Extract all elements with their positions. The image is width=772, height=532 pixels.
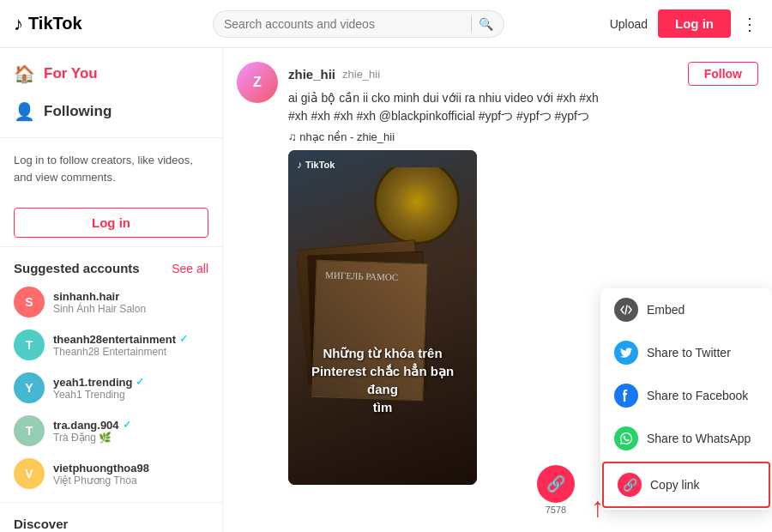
- account-info-yeah1: yeah1.trending ✓ Yeah1 Trending: [53, 376, 208, 401]
- avatar-theanh28: T: [14, 329, 45, 360]
- post-caption: ai giả bộ cần ii cko minh dui vớii ra nh…: [288, 89, 614, 125]
- suggested-accounts-title: Suggested accounts: [14, 261, 140, 275]
- logo-icon: ♪: [14, 13, 23, 35]
- login-prompt-text: Log in to follow creators, like videos, …: [14, 154, 193, 184]
- post-header: zhie_hii zhie_hii Follow: [288, 62, 758, 86]
- post-sound[interactable]: ♫ nhạc nền - zhie_hii: [288, 130, 758, 143]
- twitter-label: Share to Twitter: [647, 346, 731, 360]
- account-item-tradang[interactable]: T tra.dang.904 ✓ Trà Đặng 🌿: [0, 409, 222, 452]
- logo: ♪ TikTok: [14, 13, 100, 35]
- account-item-theanh28[interactable]: T theanh28entertainment ✓ Theanh28 Enter…: [0, 323, 222, 366]
- upload-button[interactable]: Upload: [610, 17, 648, 31]
- share-item-embed[interactable]: Embed: [600, 288, 772, 331]
- follow-button[interactable]: Follow: [688, 62, 758, 86]
- whatsapp-label: Share to WhatsApp: [647, 432, 751, 445]
- following-icon: 👤: [14, 101, 35, 122]
- header-right: Upload Log in ⋮: [610, 9, 758, 38]
- link-action-icon: 🔗: [537, 465, 575, 503]
- vinyl-record: [374, 167, 460, 245]
- account-info-tradang: tra.dang.904 ✓ Trà Đặng 🌿: [53, 419, 208, 444]
- sidebar-login-button[interactable]: Log in: [14, 208, 208, 238]
- facebook-icon: [614, 384, 638, 408]
- post-username[interactable]: zhie_hii: [288, 67, 335, 82]
- verified-badge-theanh28: ✓: [179, 333, 188, 345]
- copy-link-icon: 🔗: [618, 473, 642, 497]
- login-prompt: Log in to follow creators, like videos, …: [0, 145, 222, 199]
- nav-for-you-label: For You: [44, 65, 98, 82]
- account-info-sinhanh: sinhanh.hair Sinh Ánh Hair Salon: [53, 290, 208, 315]
- account-info-theanh28: theanh28entertainment ✓ Theanh28 Enterta…: [53, 333, 208, 358]
- sidebar: 🏠 For You 👤 Following Log in to follow c…: [0, 48, 223, 532]
- share-item-twitter[interactable]: Share to Twitter: [600, 331, 772, 374]
- search-icon[interactable]: 🔍: [479, 17, 493, 31]
- nav-following-label: Following: [44, 103, 112, 120]
- sidebar-divider-3: [0, 502, 222, 503]
- avatar-vietphuong: V: [14, 458, 45, 489]
- share-item-facebook[interactable]: Share to Facebook: [600, 374, 772, 417]
- side-actions: 🔗 7578: [537, 465, 575, 515]
- video-overlay-text: Những từ khóa trên Pinterest chắc hẳn bạ…: [288, 344, 477, 416]
- facebook-label: Share to Facebook: [647, 389, 748, 402]
- embed-icon: [614, 298, 638, 322]
- discover-section: Discover # halloween2021 # tiktokfashup …: [0, 510, 222, 532]
- avatar-yeah1: Y: [14, 372, 45, 403]
- copy-link-label: Copy link: [650, 478, 700, 492]
- account-name-theanh28: theanh28entertainment ✓: [53, 333, 208, 346]
- nav-item-for-you[interactable]: 🏠 For You: [0, 55, 222, 93]
- avatar-tradang: T: [14, 415, 45, 446]
- post-user-avatar[interactable]: Z: [237, 62, 278, 103]
- share-popup: Embed Share to Twitter Share to Facebook…: [600, 288, 772, 510]
- account-handle-vietphuong: Việt Phương Thoa: [53, 475, 208, 487]
- account-handle-theanh28: Theanh28 Entertainment: [53, 346, 208, 358]
- search-divider: [471, 16, 472, 32]
- twitter-icon: [614, 341, 638, 365]
- account-item-sinhanh[interactable]: S sinhanh.hair Sinh Ánh Hair Salon: [0, 281, 222, 323]
- post-avatar-col: Z: [237, 62, 278, 518]
- account-name-yeah1: yeah1.trending ✓: [53, 376, 208, 389]
- whatsapp-icon: [614, 426, 638, 450]
- discover-title: Discover: [14, 517, 208, 531]
- logo-text: TikTok: [28, 14, 82, 33]
- account-item-yeah1[interactable]: Y yeah1.trending ✓ Yeah1 Trending: [0, 366, 222, 409]
- see-all-button[interactable]: See all: [172, 262, 208, 275]
- embed-label: Embed: [647, 303, 685, 317]
- account-handle-yeah1: Yeah1 Trending: [53, 389, 208, 401]
- account-name-sinhanh: sinhanh.hair: [53, 290, 208, 303]
- share-item-whatsapp[interactable]: Share to WhatsApp: [600, 417, 772, 460]
- tiktok-logo-icon: ♪: [297, 159, 302, 171]
- account-handle-sinhanh: Sinh Ánh Hair Salon: [53, 303, 208, 315]
- search-input[interactable]: [224, 17, 464, 31]
- header: ♪ TikTok 🔍 Upload Log in ⋮: [0, 0, 772, 48]
- login-button[interactable]: Log in: [658, 9, 731, 38]
- video-thumbnail[interactable]: МИГЕЛЬ РАМОС ♪ TikTok Những từ khóa trên…: [288, 150, 477, 485]
- avatar-sinhanh: S: [14, 287, 45, 317]
- account-info-vietphuong: vietphuongthoa98 Việt Phương Thoa: [53, 462, 208, 487]
- action-link[interactable]: 🔗 7578: [537, 465, 575, 515]
- home-icon: 🏠: [14, 63, 35, 84]
- post-handle: zhie_hii: [342, 68, 380, 81]
- more-icon[interactable]: ⋮: [741, 14, 758, 34]
- account-item-vietphuong[interactable]: V vietphuongthoa98 Việt Phương Thoa: [0, 452, 222, 495]
- search-bar[interactable]: 🔍: [213, 10, 504, 38]
- tiktok-watermark: ♪ TikTok: [297, 159, 335, 171]
- suggested-accounts-section: Suggested accounts See all: [0, 254, 222, 281]
- verified-badge-yeah1: ✓: [136, 376, 144, 388]
- verified-badge-tradang: ✓: [123, 419, 131, 431]
- sidebar-divider: [0, 137, 222, 138]
- account-name-tradang: tra.dang.904 ✓: [53, 419, 208, 432]
- link-count: 7578: [546, 505, 566, 515]
- account-name-vietphuong: vietphuongthoa98: [53, 462, 208, 475]
- sidebar-divider-2: [0, 246, 222, 247]
- main-layout: 🏠 For You 👤 Following Log in to follow c…: [0, 48, 772, 532]
- nav-item-following[interactable]: 👤 Following: [0, 93, 222, 130]
- account-handle-tradang: Trà Đặng 🌿: [53, 432, 208, 444]
- share-item-copy-link[interactable]: 🔗 Copy link: [602, 462, 770, 508]
- content-area: Z zhie_hii zhie_hii Follow ai giả bộ cần…: [223, 48, 772, 532]
